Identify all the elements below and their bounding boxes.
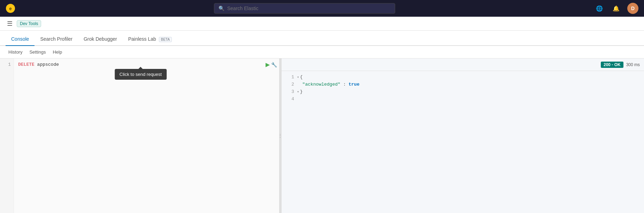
resp-line-3: ▾} (297, 88, 359, 96)
globe-icon-button[interactable]: 🌐 (594, 3, 605, 14)
tab-grok-debugger[interactable]: Grok Debugger (78, 33, 123, 46)
response-panel: 200 - OK 300 ms 1 2 3 4 ▾{ "acknowledged… (282, 58, 644, 213)
tab-painless-lab[interactable]: Painless Lab BETA (123, 33, 177, 46)
response-header: 200 - OK 300 ms (282, 58, 644, 71)
nav-right: 🌐 🔔 D (594, 3, 638, 14)
help-button[interactable]: Help (50, 48, 65, 56)
resp-line-4 (297, 96, 359, 103)
notifications-button[interactable]: 🔔 (611, 3, 622, 14)
nav-left: e (6, 3, 15, 13)
secondary-navigation: ☰ Dev Tools (0, 17, 644, 31)
delete-keyword: DELETE (18, 61, 34, 69)
beta-badge: BETA (159, 37, 172, 42)
svg-text:e: e (9, 6, 12, 11)
code-path: appscode (34, 61, 59, 69)
editor-line-numbers: 1 (0, 58, 14, 213)
fold-icon-1: ▾ (297, 74, 299, 81)
hamburger-button[interactable]: ☰ (6, 18, 14, 29)
search-input[interactable] (227, 6, 391, 11)
dev-tools-badge[interactable]: Dev Tools (17, 20, 41, 27)
response-line-numbers: 1 2 3 4 (286, 74, 294, 103)
elastic-logo-icon: e (6, 3, 15, 13)
main-content: 1 DELETE appscode Click to send request … (0, 58, 644, 213)
search-bar-container: 🔍 (214, 3, 395, 14)
tooltip-container: Click to send request (115, 69, 167, 80)
search-bar[interactable]: 🔍 (214, 3, 395, 14)
resp-line-1: ▾{ (297, 74, 359, 81)
tools-button[interactable]: 🔧 (271, 62, 277, 68)
top-navigation: e 🔍 🌐 🔔 D (0, 0, 644, 17)
editor-panel: 1 DELETE appscode Click to send request … (0, 58, 282, 213)
code-line-1: DELETE appscode (18, 61, 277, 69)
action-buttons: ▶ 🔧 (266, 61, 277, 68)
response-body: 1 2 3 4 ▾{ "acknowledged" : true ▾} (282, 71, 644, 213)
editor-inner: 1 DELETE appscode (0, 58, 281, 213)
status-badge: 200 - OK (601, 62, 623, 68)
search-icon: 🔍 (219, 6, 224, 11)
resp-line-2: "acknowledged" : true (297, 81, 359, 88)
history-button[interactable]: History (6, 48, 25, 56)
user-avatar[interactable]: D (627, 3, 638, 14)
response-code: ▾{ "acknowledged" : true ▾} (297, 74, 359, 103)
response-time: 300 ms (626, 62, 640, 67)
elastic-logo[interactable]: e (6, 3, 15, 13)
tab-bar: Console Search Profiler Grok Debugger Pa… (0, 31, 644, 46)
code-content[interactable]: DELETE appscode (14, 58, 281, 213)
run-button[interactable]: ▶ (266, 61, 270, 68)
tab-console[interactable]: Console (6, 33, 34, 46)
resize-handle[interactable]: ⋮ (279, 58, 281, 213)
settings-button[interactable]: Settings (26, 48, 48, 56)
tooltip: Click to send request (115, 69, 167, 80)
toolbar: History Settings Help (0, 46, 644, 58)
response-code-wrap: 1 2 3 4 ▾{ "acknowledged" : true ▾} (286, 74, 640, 103)
fold-icon-3: ▾ (297, 89, 299, 95)
tab-search-profiler[interactable]: Search Profiler (34, 33, 78, 46)
